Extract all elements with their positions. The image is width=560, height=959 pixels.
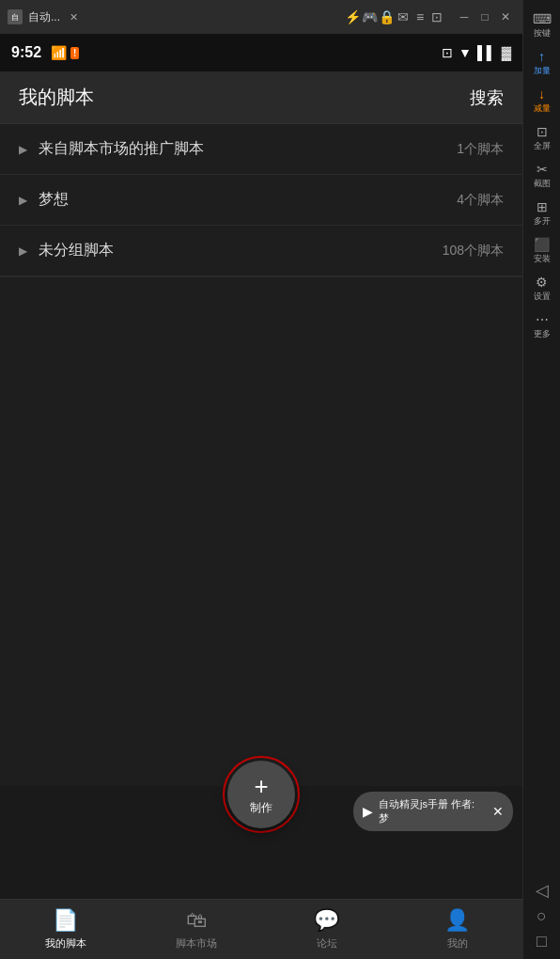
list-item[interactable]: ▶ 梦想 4个脚本 — [0, 175, 522, 226]
expand-arrow-icon: ▶ — [19, 194, 27, 207]
screen-icon[interactable]: ⊡ — [430, 10, 443, 24]
bottom-nav: 📄 我的脚本 🛍 脚本市场 💬 论坛 👤 我的 — [0, 899, 522, 959]
mini-player-text: 自动精灵js手册 作者: 梦 — [379, 797, 487, 825]
divider — [0, 276, 522, 277]
sidebar-label-more: 更多 — [534, 328, 551, 340]
app-header: 我的脚本 搜索 — [0, 71, 522, 124]
sidebar-item-install[interactable]: ⬛ 安装 — [525, 233, 559, 269]
recents-button[interactable]: □ — [537, 932, 547, 951]
search-button[interactable]: 搜索 — [470, 86, 504, 109]
sidebar-item-screenshot[interactable]: ✂ 截图 — [525, 158, 559, 194]
sidebar-item-increase[interactable]: ↑ 加量 — [525, 45, 559, 81]
settings-icon: ⚙ — [536, 275, 548, 290]
wifi-icon: ▼ — [459, 45, 472, 60]
warning-badge: ! — [70, 47, 79, 59]
page-title: 我的脚本 — [19, 85, 94, 110]
expand-arrow-icon: ▶ — [19, 244, 27, 258]
multiopen-icon: ⊞ — [537, 199, 548, 214]
plus-icon: + — [254, 774, 268, 798]
cast-icon: ⊡ — [442, 45, 453, 60]
sidebar-item-fullscreen[interactable]: ⊡ 全屏 — [525, 120, 559, 156]
profile-icon: 👤 — [444, 908, 470, 933]
restore-button[interactable]: □ — [475, 8, 494, 26]
title-bar: 自 自动... ✕ ⚡ 🎮 🔒 ✉ ≡ ⊡ ─ □ ✕ — [0, 0, 522, 34]
mini-player[interactable]: ▶ 自动精灵js手册 作者: 梦 ✕ — [353, 792, 513, 831]
gamepad-icon[interactable]: 🎮 — [363, 10, 376, 24]
minimize-button[interactable]: ─ — [455, 8, 474, 26]
more-icon: ⋯ — [536, 312, 549, 327]
sidebar-label-keyboard: 按键 — [534, 27, 551, 39]
list-item-label: 来自脚本市场的推广脚本 — [39, 139, 457, 159]
screenshot-icon: ✂ — [537, 162, 548, 177]
right-sidebar: ⌨ 按键 ↑ 加量 ↓ 减量 ⊡ 全屏 ✂ 截图 ⊞ 多开 ⬛ 安装 ⚙ 设置 … — [522, 0, 560, 959]
status-left: 9:52 📶 ! — [11, 44, 79, 61]
sidebar-label-fullscreen: 全屏 — [534, 140, 551, 152]
sim-icon: 📶 — [51, 45, 67, 60]
nav-label-market: 脚本市场 — [176, 936, 217, 951]
sidebar-label-decrease: 减量 — [534, 102, 551, 115]
list-item-count: 4个脚本 — [457, 192, 504, 209]
market-icon: 🛍 — [186, 908, 207, 933]
list-item[interactable]: ▶ 未分组脚本 108个脚本 — [0, 226, 522, 276]
decrease-icon: ↓ — [538, 86, 545, 102]
sidebar-nav: ◁ ○ □ — [536, 880, 549, 951]
list-item[interactable]: ▶ 来自脚本市场的推广脚本 1个脚本 — [0, 124, 522, 175]
battery-icon: ▓ — [502, 45, 511, 60]
sidebar-label-settings: 设置 — [534, 291, 551, 303]
status-bar: 9:52 📶 ! ⊡ ▼ ▌▌ ▓ — [0, 34, 522, 71]
title-bar-left: 自 自动... ✕ — [8, 9, 340, 25]
status-time: 9:52 — [11, 44, 41, 61]
sidebar-item-decrease[interactable]: ↓ 减量 — [525, 83, 559, 118]
create-fab-button[interactable]: + 制作 — [227, 761, 295, 828]
lock-icon[interactable]: 🔒 — [380, 10, 393, 24]
tab-close-button[interactable]: ✕ — [66, 9, 81, 24]
nav-item-forum[interactable]: 💬 论坛 — [261, 903, 392, 956]
nav-item-market[interactable]: 🛍 脚本市场 — [131, 903, 261, 956]
nav-item-profile[interactable]: 👤 我的 — [392, 903, 522, 956]
fab-label: 制作 — [250, 800, 272, 816]
list-item-count: 1个脚本 — [457, 141, 504, 158]
sidebar-label-multiopen: 多开 — [534, 215, 551, 228]
scripts-icon: 📄 — [53, 908, 78, 933]
install-icon: ⬛ — [534, 237, 550, 252]
content-area: ▶ 来自脚本市场的推广脚本 1个脚本 ▶ 梦想 4个脚本 ▶ 未分组脚本 108… — [0, 124, 522, 786]
keyboard-icon: ⌨ — [533, 11, 552, 26]
window-controls: ─ □ ✕ — [455, 8, 515, 26]
signal-icon: ▌▌ — [477, 45, 496, 60]
lightning-icon[interactable]: ⚡ — [346, 10, 359, 24]
increase-icon: ↑ — [538, 49, 545, 64]
sidebar-label-increase: 加量 — [534, 65, 551, 77]
menu-icon[interactable]: ≡ — [413, 10, 427, 24]
expand-arrow-icon: ▶ — [19, 143, 27, 156]
nav-label-profile: 我的 — [447, 936, 468, 951]
nav-item-my-scripts[interactable]: 📄 我的脚本 — [0, 903, 131, 956]
forum-icon: 💬 — [314, 908, 339, 933]
list-item-count: 108个脚本 — [443, 243, 504, 259]
fullscreen-icon: ⊡ — [537, 124, 548, 139]
home-button[interactable]: ○ — [537, 906, 547, 926]
mail-icon[interactable]: ✉ — [397, 10, 410, 24]
tab-icon: 自 — [8, 9, 23, 24]
list-item-label: 梦想 — [39, 190, 457, 210]
nav-label-forum: 论坛 — [317, 936, 337, 951]
status-icons: ⊡ ▼ ▌▌ ▓ — [442, 45, 511, 60]
sidebar-item-multiopen[interactable]: ⊞ 多开 — [525, 196, 559, 231]
sidebar-item-more[interactable]: ⋯ 更多 — [525, 308, 559, 344]
action-area: + 制作 ▶ 自动精灵js手册 作者: 梦 ✕ — [0, 786, 522, 899]
mini-player-close-button[interactable]: ✕ — [492, 804, 504, 819]
title-bar-actions: ⚡ 🎮 🔒 ✉ ≡ ⊡ — [346, 10, 443, 24]
sidebar-label-install: 安装 — [534, 253, 551, 265]
tab-label: 自动... — [28, 9, 60, 25]
play-icon: ▶ — [363, 804, 373, 819]
nav-label-my-scripts: 我的脚本 — [45, 936, 86, 951]
fab-container: + 制作 — [223, 756, 300, 833]
sidebar-item-settings[interactable]: ⚙ 设置 — [525, 271, 559, 307]
sidebar-item-keyboard[interactable]: ⌨ 按键 — [525, 8, 559, 43]
back-arrow-button[interactable]: ◁ — [536, 880, 549, 901]
list-item-label: 未分组脚本 — [39, 241, 443, 260]
close-button[interactable]: ✕ — [496, 8, 515, 26]
sidebar-label-screenshot: 截图 — [534, 178, 551, 190]
